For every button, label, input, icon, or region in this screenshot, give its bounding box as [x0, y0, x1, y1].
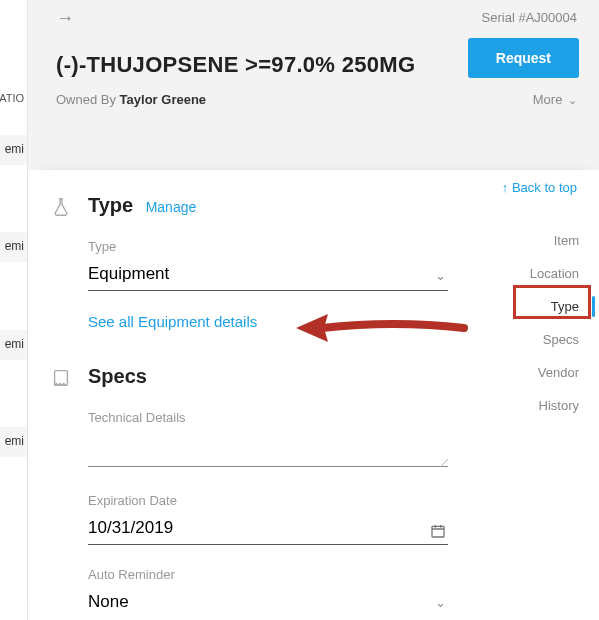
- owner-name: Taylor Greene: [120, 92, 206, 107]
- specs-section: Specs Technical Details Expiration Date …: [28, 331, 599, 618]
- manage-link[interactable]: Manage: [146, 199, 197, 215]
- left-row-fragment: emi: [5, 239, 24, 253]
- request-button[interactable]: Request: [468, 38, 579, 78]
- auto-reminder-label: Auto Reminder: [88, 567, 599, 582]
- owned-by-line: Owned By Taylor Greene: [56, 92, 579, 107]
- content-panel: ↑ Back to top Item Location Type Specs V…: [28, 170, 599, 620]
- see-all-equipment-link[interactable]: See all Equipment details: [88, 313, 257, 330]
- type-field-label: Type: [88, 239, 599, 254]
- auto-reminder-select[interactable]: [88, 588, 448, 618]
- left-row-fragment: emi: [5, 337, 24, 351]
- svg-rect-2: [432, 526, 444, 537]
- type-section: Type Manage Type ⌄ See all Equipment det…: [28, 170, 599, 331]
- more-label: More: [533, 92, 563, 107]
- receipt-icon: [50, 367, 72, 389]
- chevron-down-icon: ⌄: [568, 94, 577, 106]
- expiration-date-label: Expiration Date: [88, 493, 599, 508]
- type-section-title: Type: [88, 194, 133, 217]
- expiration-date-input[interactable]: [88, 514, 448, 545]
- tech-details-label: Technical Details: [88, 410, 599, 425]
- type-select[interactable]: [88, 260, 448, 291]
- left-header-fragment: ATIO: [0, 92, 24, 104]
- left-row-fragment: emi: [5, 434, 24, 448]
- left-partial-column: ATIO emi emi emi emi: [0, 0, 28, 620]
- left-row-fragment: emi: [5, 142, 24, 156]
- owned-by-prefix: Owned By: [56, 92, 116, 107]
- specs-section-title: Specs: [88, 365, 147, 388]
- tech-details-textarea[interactable]: [88, 443, 448, 467]
- serial-number: Serial #AJ00004: [482, 10, 577, 25]
- item-header: → Serial #AJ00004 (-)-THUJOPSENE >=97.0%…: [28, 0, 599, 170]
- calendar-icon[interactable]: [430, 523, 446, 539]
- more-menu[interactable]: More ⌄: [533, 92, 577, 107]
- flask-icon: [50, 196, 72, 218]
- forward-arrow-icon[interactable]: →: [56, 11, 74, 25]
